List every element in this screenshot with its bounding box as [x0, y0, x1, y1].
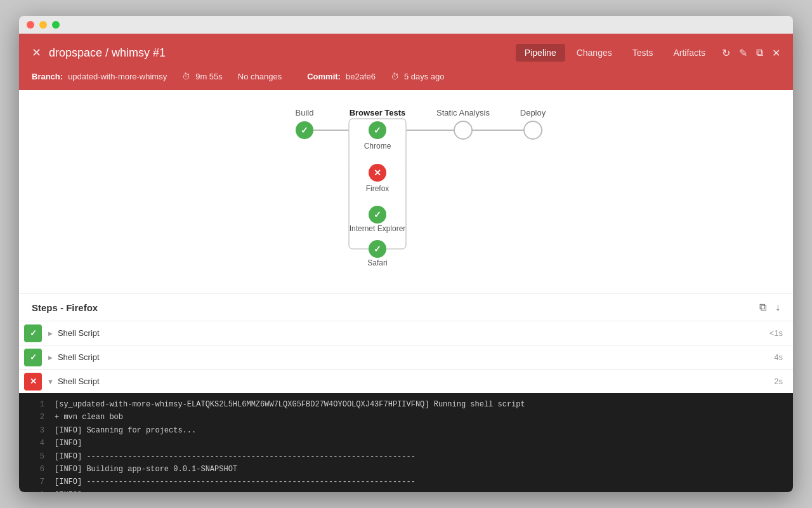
page-title: dropspace / whimsy #1: [49, 46, 516, 60]
traffic-light-maximize[interactable]: [52, 21, 60, 29]
traffic-light-close[interactable]: [27, 21, 34, 29]
terminal-output: 1 [sy_updated-with-more-whimsy-ELATQKS2L…: [19, 393, 793, 492]
terminal-line-3: 3 [INFO] Scanning for projects...: [19, 424, 793, 437]
main-content: Build Browser Tests Static Analysis Depl…: [19, 90, 793, 492]
svg-text:✓: ✓: [301, 125, 308, 135]
terminal-line-6: 6 [INFO] Building app-store 0.0.1-SNAPSH…: [19, 463, 793, 476]
branch-item: Branch: updated-with-more-whimsy: [32, 72, 167, 81]
ie-label: Internet Explorer: [350, 224, 406, 233]
step-status-1: ✓: [24, 324, 42, 342]
line-content-4: [INFO]: [55, 437, 82, 450]
steps-title: Steps - Firefox: [32, 302, 98, 313]
line-content-5: [INFO] ---------------------------------…: [55, 450, 416, 463]
line-num-5: 5: [27, 450, 44, 463]
safari-label: Safari: [367, 258, 387, 267]
line-content-6: [INFO] Building app-store 0.0.1-SNAPSHOT: [55, 463, 237, 476]
step-status-2: ✓: [24, 349, 42, 366]
terminal-line-8: 8 [INFO] -------------------------------…: [19, 489, 793, 492]
time-ago-value: 5 days ago: [404, 72, 445, 81]
svg-text:✓: ✓: [374, 244, 381, 254]
duration-item: ⏱ 9m 55s: [182, 72, 223, 81]
tab-tests[interactable]: Tests: [624, 44, 662, 62]
terminal-line-1: 1 [sy_updated-with-more-whimsy-ELATQKS2L…: [19, 398, 793, 411]
step-label-1: Shell Script: [58, 328, 769, 338]
line-num-2: 2: [27, 411, 44, 424]
edit-icon[interactable]: ✎: [739, 47, 747, 59]
pipeline-svg: Build Browser Tests Static Analysis Depl…: [241, 103, 571, 281]
steps-header-actions: ⧉ ↓: [759, 302, 780, 313]
close-icon[interactable]: ✕: [772, 47, 780, 59]
step-label-2: Shell Script: [58, 352, 774, 362]
step-duration-3: 2s: [774, 377, 788, 386]
line-content-8: [INFO] ---------------------------------…: [55, 489, 416, 492]
line-num-8: 8: [27, 489, 44, 492]
line-content-2: + mvn clean bob: [55, 411, 123, 424]
clock-icon-2: ⏱: [391, 72, 399, 81]
line-num-1: 1: [27, 398, 44, 411]
header: ✕ dropspace / whimsy #1 Pipeline Changes…: [19, 34, 793, 90]
tab-pipeline[interactable]: Pipeline: [516, 44, 565, 62]
header-meta: Branch: updated-with-more-whimsy ⏱ 9m 55…: [19, 72, 793, 90]
step-duration-2: 4s: [774, 352, 788, 362]
step-row-2: ✓ ► Shell Script 4s: [19, 345, 793, 369]
no-changes-item: No changes: [238, 72, 282, 81]
clock-icon-1: ⏱: [182, 72, 190, 81]
no-changes-value: No changes: [238, 72, 282, 81]
step-row-3: ✕ ▼ Shell Script 2s: [19, 369, 793, 393]
static-analysis-circle[interactable]: [454, 121, 472, 139]
step-duration-1: <1s: [769, 328, 788, 338]
svg-text:✕: ✕: [374, 168, 381, 178]
tab-changes[interactable]: Changes: [568, 44, 621, 62]
terminal-line-7: 7 [INFO] -------------------------------…: [19, 476, 793, 488]
terminal-line-4: 4 [INFO]: [19, 437, 793, 450]
download-icon[interactable]: ↓: [775, 302, 780, 313]
static-analysis-label: Static Analysis: [436, 108, 490, 117]
firefox-label: Firefox: [366, 184, 390, 193]
line-num-6: 6: [27, 463, 44, 476]
commit-value: be2afe6: [346, 72, 376, 81]
step-expand-icon-2[interactable]: ►: [47, 354, 54, 361]
step-status-3: ✕: [24, 373, 42, 391]
external-link-icon[interactable]: ⧉: [756, 47, 763, 58]
terminal-line-5: 5 [INFO] -------------------------------…: [19, 450, 793, 463]
step-row-1: ✓ ► Shell Script <1s: [19, 321, 793, 345]
commit-label: Commit:: [307, 72, 341, 81]
deploy-circle[interactable]: [524, 121, 542, 139]
browser-tests-label: Browser Tests: [350, 108, 406, 117]
steps-section: Steps - Firefox ⧉ ↓ ✓ ► Shell Script <1s…: [19, 293, 793, 492]
tab-artifacts[interactable]: Artifacts: [664, 44, 714, 62]
line-content-3: [INFO] Scanning for projects...: [55, 424, 196, 437]
nav-tabs: Pipeline Changes Tests Artifacts: [516, 44, 714, 62]
titlebar: [19, 16, 793, 34]
step-expand-icon-1[interactable]: ►: [47, 330, 54, 337]
meta-row-1: Branch: updated-with-more-whimsy ⏱ 9m 55…: [32, 72, 282, 81]
svg-text:✓: ✓: [374, 125, 381, 135]
build-label: Build: [296, 108, 314, 117]
steps-header: Steps - Firefox ⧉ ↓: [19, 293, 793, 321]
chrome-label: Chrome: [364, 142, 391, 150]
open-external-icon[interactable]: ⧉: [759, 302, 766, 313]
pipeline-diagram: Build Browser Tests Static Analysis Depl…: [19, 90, 793, 293]
commit-item: Commit: be2afe6: [307, 72, 376, 81]
traffic-light-minimize[interactable]: [39, 21, 47, 29]
line-content-7: [INFO] ---------------------------------…: [55, 476, 416, 488]
refresh-icon[interactable]: ↻: [722, 47, 730, 59]
header-top: ✕ dropspace / whimsy #1 Pipeline Changes…: [19, 34, 793, 72]
terminal-line-2: 2 + mvn clean bob: [19, 411, 793, 424]
duration-value: 9m 55s: [195, 72, 223, 81]
deploy-label: Deploy: [520, 108, 546, 117]
header-actions: ↻ ✎ ⧉ ✕: [722, 47, 780, 59]
time-ago-item: ⏱ 5 days ago: [391, 72, 445, 81]
svg-text:✓: ✓: [374, 210, 381, 220]
header-close-icon[interactable]: ✕: [32, 46, 41, 60]
line-num-3: 3: [27, 424, 44, 437]
line-content-1: [sy_updated-with-more-whimsy-ELATQKS2L5H…: [55, 398, 525, 411]
line-num-7: 7: [27, 476, 44, 488]
branch-value: updated-with-more-whimsy: [68, 72, 167, 81]
step-expand-icon-3[interactable]: ▼: [47, 378, 54, 385]
app-window: ✕ dropspace / whimsy #1 Pipeline Changes…: [19, 16, 793, 492]
branch-label: Branch:: [32, 72, 63, 81]
line-num-4: 4: [27, 437, 44, 450]
step-label-3: Shell Script: [58, 377, 774, 386]
